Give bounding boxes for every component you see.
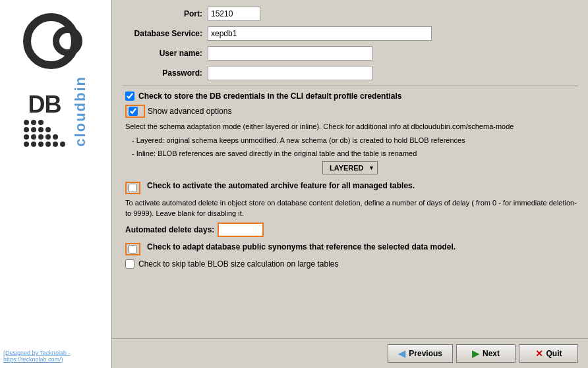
logo-circles (23, 13, 89, 72)
schema-mode-select[interactable]: LAYERED INLINE (322, 161, 378, 174)
dot (53, 134, 58, 140)
dot (31, 134, 36, 140)
quit-button[interactable]: ✕ Quit (519, 344, 578, 363)
logo-row: DB (24, 76, 88, 147)
next-label: Next (483, 349, 500, 358)
quit-icon: ✕ (535, 348, 543, 359)
password-label: Password: (122, 68, 208, 78)
blob-size-checkbox[interactable] (125, 259, 134, 269)
port-row: Port: (122, 7, 578, 21)
dot (38, 134, 44, 140)
dot (24, 134, 29, 140)
delete-days-input[interactable] (218, 223, 264, 237)
divider-1 (122, 86, 578, 86)
dot (38, 142, 44, 147)
db-text: DB (28, 93, 61, 117)
synonyms-label: Check to adapt database public synonyms … (147, 242, 456, 251)
layered-info-text: - Layered: original schema keeps unmodif… (122, 136, 578, 145)
previous-label: Previous (409, 349, 442, 358)
quit-label: Quit (546, 349, 562, 358)
dot-row-1 (24, 120, 44, 125)
content-area: Port: Database Service: User name: Passw… (112, 0, 588, 368)
dot (31, 120, 36, 125)
dots-container (24, 120, 65, 147)
delete-days-row: Automated delete days: (122, 223, 578, 237)
dot (24, 127, 29, 132)
dot (45, 142, 51, 147)
select-wrapper: LAYERED INLINE (322, 161, 378, 174)
store-credentials-checkbox[interactable] (125, 92, 134, 101)
previous-button[interactable]: ◀ Previous (388, 344, 453, 363)
previous-icon: ◀ (398, 348, 405, 359)
archive-checkbox[interactable] (129, 184, 137, 192)
db-service-label: Database Service: (122, 29, 208, 38)
logo-container: DB (23, 13, 89, 147)
blob-size-label: Check to skip table BLOB size calculatio… (138, 259, 339, 269)
dropdown-row: LAYERED INLINE (122, 161, 578, 174)
sidebar: DB (0, 0, 112, 368)
port-input[interactable] (208, 7, 260, 21)
dot-row-4 (24, 142, 65, 147)
button-bar: ◀ Previous ▶ Next ✕ Quit (112, 338, 588, 368)
show-advanced-checkbox[interactable] (129, 107, 138, 116)
main-container: DB (0, 0, 588, 368)
sidebar-credit[interactable]: (Designed by Tecknolab - https://tecknol… (3, 350, 111, 363)
archive-label: Check to activate the automated archive … (147, 181, 415, 190)
synonyms-checkbox[interactable] (129, 245, 137, 253)
dot (24, 142, 29, 147)
scrollable-content[interactable]: Port: Database Service: User name: Passw… (112, 0, 588, 338)
dot (38, 120, 44, 125)
password-row: Password: (122, 66, 578, 80)
dot (45, 127, 51, 132)
username-input[interactable] (208, 46, 372, 61)
store-credentials-row: Check to store the DB credentials in the… (122, 92, 578, 101)
schema-info-text: Select the schema adaptation mode (eithe… (122, 122, 578, 132)
archive-info-text: To activate automated delete in object s… (122, 198, 578, 219)
blob-size-row: Check to skip table BLOB size calculatio… (122, 259, 578, 269)
db-service-input[interactable] (208, 26, 432, 41)
next-button[interactable]: ▶ Next (456, 344, 515, 363)
show-advanced-row: Show advanced options (122, 105, 578, 118)
delete-days-label: Automated delete days: (125, 225, 214, 234)
dot-row-2 (24, 127, 51, 132)
cloudbin-text: cloudbin (73, 76, 88, 147)
dot (31, 142, 36, 147)
port-label: Port: (122, 9, 208, 18)
username-label: User name: (122, 49, 208, 58)
next-icon: ▶ (472, 348, 479, 359)
username-row: User name: (122, 46, 578, 61)
dot (53, 142, 58, 147)
dot (31, 127, 36, 132)
show-advanced-label: Show advanced options (148, 107, 231, 116)
dot (45, 134, 51, 140)
archive-checkbox-highlighted (125, 182, 140, 194)
dot-row-3 (24, 134, 58, 140)
db-service-row: Database Service: (122, 26, 578, 41)
dot (60, 142, 65, 147)
synonyms-checkbox-highlighted (125, 243, 140, 255)
dot (24, 120, 29, 125)
inline-info-text: - Inline: BLOB references are saved dire… (122, 149, 578, 159)
synonyms-row: Check to adapt database public synonyms … (122, 242, 578, 255)
archive-row: Check to activate the automated archive … (122, 181, 578, 194)
show-advanced-highlighted (125, 105, 145, 118)
circle-inner (53, 26, 82, 56)
store-credentials-label: Check to store the DB credentials in the… (138, 92, 401, 101)
dot (38, 127, 44, 132)
password-input[interactable] (208, 66, 372, 80)
